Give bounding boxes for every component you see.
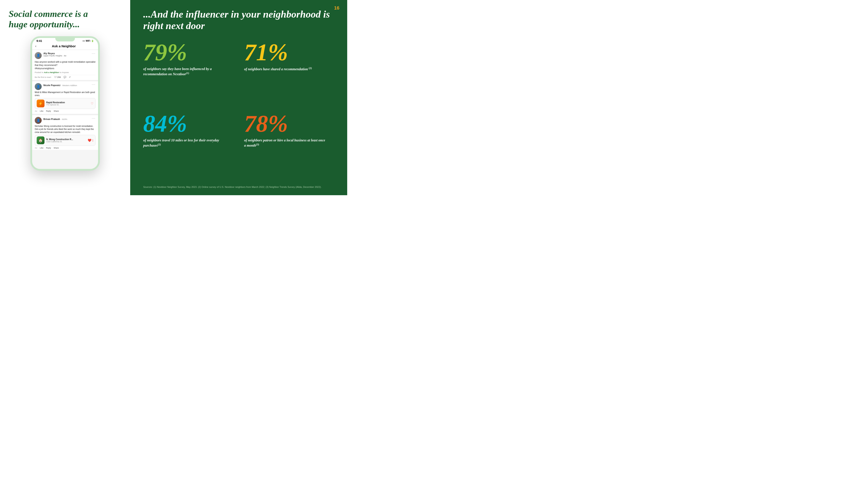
comment-nicole-reply[interactable]: Reply xyxy=(46,110,51,112)
biz-heart-icon[interactable]: ♡ xyxy=(91,102,94,105)
stat-item-71: 71% of neighbors have shared a recommend… xyxy=(244,40,336,109)
comment-brivan-footer: 3w Like Reply Share xyxy=(35,147,95,149)
post-author: Aly Reyes xyxy=(43,52,90,55)
react-label: Be the first to react xyxy=(35,76,51,78)
post-location: Upper Pacific Heights · 4w xyxy=(43,55,90,57)
biz-card-name: Rapid Restoration xyxy=(46,101,65,104)
stats-grid: 79% of neighbors say they have been infl… xyxy=(143,40,336,181)
comment-nicole-header: 👤 Nicole Popovici · Western Addition ··· xyxy=(35,83,95,90)
biz-nwong-info: N. Wong Construction R... 1320 Californi… xyxy=(46,138,73,143)
comment-brivan-options[interactable]: ··· xyxy=(92,117,96,120)
comment-brivan-author: Brivan Prakash xyxy=(43,118,60,120)
page-number: 16 xyxy=(334,5,339,11)
post-header: 👤 Aly Reyes Upper Pacific Heights · 4w ·… xyxy=(35,52,95,59)
battery-icon: 🔋 xyxy=(91,40,94,42)
like-button[interactable]: 🤍 Like xyxy=(54,76,61,78)
comment-nicole-time: 4w xyxy=(35,110,37,112)
post-actions: Be the first to react 🤍 Like 💬 ↗ xyxy=(35,75,95,79)
stat-number-79: 79% xyxy=(143,40,236,64)
biz-card-nwong[interactable]: 🏠 N. Wong Construction R... 1320 Califor… xyxy=(35,135,95,146)
phone-mockup: 9:41 ▪▪▪ WiFi 🔋 ‹ Ask a Neighbor xyxy=(30,36,100,171)
comment-nicole-loc: Western Addition xyxy=(62,85,77,87)
left-panel: Social commerce is a huge opportunity...… xyxy=(0,0,130,195)
post-options[interactable]: ··· xyxy=(92,52,96,56)
phone-shell: 9:41 ▪▪▪ WiFi 🔋 ‹ Ask a Neighbor xyxy=(30,36,100,171)
comment-brivan-header: 👤 Brivan Prakash · NOPA ··· xyxy=(35,117,95,124)
comment-brivan-reply[interactable]: Reply xyxy=(46,147,51,149)
comment-brivan-share[interactable]: Share xyxy=(54,147,59,149)
right-panel: 16 ...And the influencer in your neighbo… xyxy=(130,0,347,195)
comment-brivan: 👤 Brivan Prakash · NOPA ··· Nicholas Won… xyxy=(32,114,98,150)
stat-item-79: 79% of neighbors say they have been infl… xyxy=(143,40,236,109)
comment-brivan-text: Nicholas Wong construction is licensed f… xyxy=(35,125,95,134)
comment-brivan-meta: Brivan Prakash · NOPA xyxy=(43,117,90,121)
status-time: 9:41 xyxy=(36,39,42,42)
wifi-icon: WiFi xyxy=(86,40,90,42)
status-icons: ▪▪▪ WiFi 🔋 xyxy=(83,40,94,42)
comment-nicole-author: Nicole Popovici xyxy=(43,84,60,87)
stat-item-84: 84% of neighbors travel 10 miles or less… xyxy=(143,112,236,181)
comment-button[interactable]: 💬 xyxy=(64,76,66,78)
biz-nwong-name: N. Wong Construction R... xyxy=(46,138,73,140)
post-text: Has anyone worked with a great mold reme… xyxy=(35,60,95,70)
stat-desc-71: of neighbors have shared a recommendatio… xyxy=(244,66,327,72)
stat-number-78: 78% xyxy=(244,112,336,135)
biz-nwong-heart[interactable]: ❤️ 1 xyxy=(88,139,94,142)
comment-nicole-meta: Nicole Popovici · Western Addition xyxy=(43,83,90,87)
nwong-logo: 🏠 xyxy=(37,136,44,144)
phone-notch xyxy=(55,38,75,41)
nav-bar: ‹ Ask a Neighbor xyxy=(32,43,98,50)
back-button[interactable]: ‹ xyxy=(35,44,36,48)
biz-card-info: Rapid Restoration 772 Spruce St. xyxy=(46,101,65,106)
nav-title: Ask a Neighbor xyxy=(38,44,89,48)
comment-nicole: 👤 Nicole Popovici · Western Addition ···… xyxy=(32,82,98,114)
phone-screen: 9:41 ▪▪▪ WiFi 🔋 ‹ Ask a Neighbor xyxy=(32,38,98,169)
right-title: ...And the influencer in your neighborho… xyxy=(143,9,336,32)
avatar-nicole: 👤 xyxy=(35,83,42,90)
comment-nicole-share[interactable]: Share xyxy=(54,110,59,112)
avatar-aly: 👤 xyxy=(35,52,42,59)
sources-text: Sources: (1) Nextdoor Neighbor Survey, M… xyxy=(143,185,336,189)
comment-nicole-footer: 4w Like Reply Share xyxy=(35,110,95,112)
stat-number-84: 84% xyxy=(143,112,236,135)
original-post: 👤 Aly Reyes Upper Pacific Heights · 4w ·… xyxy=(32,50,98,82)
stat-number-71: 71% xyxy=(244,40,336,64)
biz-card-rapid[interactable]: ⚡ Rapid Restoration 772 Spruce St. ♡ xyxy=(35,98,95,109)
stat-item-78: 78% of neighbors patron or hire a local … xyxy=(244,112,336,181)
comment-brivan-time: 3w xyxy=(35,147,37,149)
biz-nwong-addr: 1320 California St. xyxy=(46,140,73,143)
avatar-brivan: 👤 xyxy=(35,117,42,124)
rapid-restoration-logo: ⚡ xyxy=(37,100,44,107)
comment-nicole-text: Mold & Mites Management or Rapid Restora… xyxy=(35,91,95,97)
stat-desc-79: of neighbors say they have been influenc… xyxy=(143,66,226,77)
comment-brivan-like[interactable]: Like xyxy=(40,147,43,149)
share-button[interactable]: ↗ xyxy=(69,76,70,78)
comment-nicole-like[interactable]: Like xyxy=(40,110,43,112)
left-title: Social commerce is a huge opportunity... xyxy=(9,9,88,30)
comment-brivan-loc: NOPA xyxy=(62,118,67,120)
post-tag: Posted in Ask a Neighbor to Anyone xyxy=(35,71,95,73)
stat-desc-78: of neighbors patron or hire a local busi… xyxy=(244,138,327,148)
stat-desc-84: of neighbors travel 10 miles or less for… xyxy=(143,138,226,148)
biz-card-addr: 772 Spruce St. xyxy=(46,104,65,106)
signal-icon: ▪▪▪ xyxy=(83,40,85,42)
post-meta: Aly Reyes Upper Pacific Heights · 4w xyxy=(43,52,90,57)
comment-nicole-options[interactable]: ··· xyxy=(92,83,96,87)
post-tag-link[interactable]: Ask a Neighbor xyxy=(44,71,59,73)
